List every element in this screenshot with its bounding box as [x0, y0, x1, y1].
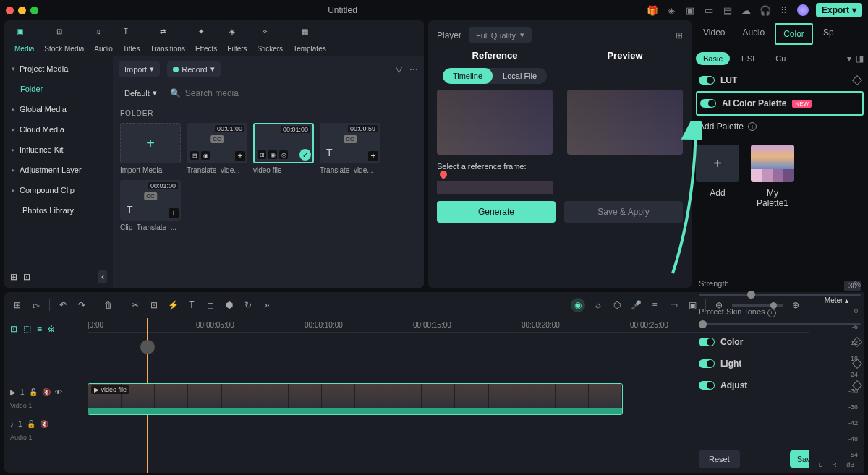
tab-titles[interactable]: TTitles [119, 25, 145, 56]
tag-icon[interactable]: ⬢ [224, 299, 235, 311]
redo-icon[interactable]: ↷ [76, 299, 88, 311]
send-icon[interactable]: ◈ [665, 4, 677, 16]
tab-effects[interactable]: ✦Effects [191, 25, 221, 56]
headphones-icon[interactable]: 🎧 [760, 4, 771, 16]
timeline-tab[interactable]: Timeline [443, 68, 493, 84]
add-clip-icon[interactable]: + [235, 151, 245, 161]
save-apply-button[interactable]: Save & Apply [564, 201, 683, 223]
info-icon[interactable]: i [748, 122, 757, 131]
tree-cloud-media[interactable]: ▸Cloud Media [4, 119, 113, 140]
brightness-icon[interactable]: ☼ [592, 299, 604, 311]
frame-marker[interactable] [438, 169, 448, 179]
video-track-header[interactable]: ▶1 🔓 🔇 👁 [4, 382, 88, 402]
magnet-icon[interactable]: ※ [48, 324, 55, 334]
media-tile[interactable]: 00:01:00CC⊞◉+ Translate_vide... [187, 123, 247, 174]
more-icon[interactable]: ⋯ [409, 64, 418, 74]
mic-icon[interactable]: 🎤 [630, 299, 642, 311]
avatar[interactable] [797, 4, 809, 16]
tab-media[interactable]: ▣Media [10, 25, 38, 56]
close-icon[interactable] [6, 7, 14, 14]
minimize-icon[interactable] [18, 7, 26, 14]
zoom-in-icon[interactable]: ⊕ [790, 299, 801, 311]
more-icon[interactable]: » [261, 299, 273, 311]
tab-stickers[interactable]: ✧Stickers [253, 25, 288, 56]
cut-icon[interactable]: ✂ [129, 299, 141, 311]
eye-icon[interactable]: 👁 [55, 388, 62, 396]
tab-audio[interactable]: ♫Audio [90, 25, 117, 56]
filter-icon[interactable]: ▽ [396, 64, 402, 74]
ai-palette-toggle[interactable] [700, 99, 716, 108]
export-button[interactable]: Export▾ [816, 3, 862, 17]
tab-filters[interactable]: ◈Filters [223, 25, 251, 56]
palette-tile[interactable]: My Palette1 [751, 145, 794, 208]
box-icon[interactable]: ▣ [684, 4, 696, 16]
add-clip-icon[interactable]: + [169, 208, 179, 218]
add-clip-icon[interactable]: + [368, 151, 378, 161]
zoom-slider[interactable] [732, 304, 783, 307]
chevron-down-icon[interactable]: ▾ [847, 54, 851, 64]
tree-influence-kit[interactable]: ▸Influence Kit [4, 140, 113, 160]
mask-icon[interactable]: ◻ [205, 299, 216, 311]
lock-icon[interactable]: 🔓 [29, 388, 38, 396]
cloud-icon[interactable]: ☁ [741, 4, 752, 16]
tree-global-media[interactable]: ▸Global Media [4, 99, 113, 119]
frame-strip[interactable] [437, 181, 553, 194]
grid-icon[interactable]: ⠿ [778, 4, 790, 16]
meter-label[interactable]: Meter ▴ [814, 296, 859, 304]
tab-templates[interactable]: ▦Templates [289, 25, 331, 56]
strength-track[interactable] [699, 294, 861, 296]
audio-track-header[interactable]: ♪1 🔓 🔇 [4, 414, 88, 434]
maximize-icon[interactable] [30, 7, 38, 14]
tree-photos-library[interactable]: Photos Library [4, 200, 113, 221]
compare-icon[interactable]: ◨ [856, 54, 864, 64]
import-media-tile[interactable]: + Import Media [120, 123, 181, 174]
video-clip[interactable]: ▶ video file [88, 383, 623, 415]
screenshot-icon[interactable]: ▣ [686, 299, 698, 311]
mute-icon[interactable]: 🔇 [40, 420, 48, 428]
tree-compound-clip[interactable]: ▸Compound Clip [4, 180, 113, 200]
tab-color[interactable]: Color [775, 23, 813, 45]
delete-icon[interactable]: 🗑 [103, 299, 114, 311]
subtab-basic[interactable]: Basic [696, 52, 730, 65]
tree-project-media[interactable]: ▾Project Media [4, 59, 113, 79]
undo-icon[interactable]: ↶ [57, 299, 69, 311]
import-dropdown[interactable]: Import▾ [119, 61, 160, 77]
tab-audio[interactable]: Audio [735, 23, 772, 45]
compare-icon[interactable]: ⊞ [676, 30, 683, 40]
mute-icon[interactable]: 🔇 [42, 388, 51, 396]
zoom-out-icon[interactable]: ⊖ [713, 299, 725, 311]
gift-icon[interactable]: 🎁 [647, 4, 658, 16]
tab-speed[interactable]: Sp [816, 23, 841, 45]
lut-toggle[interactable] [699, 76, 715, 85]
time-ruler[interactable]: |0:00 00:00:05:00 00:00:10:00 00:00:15:0… [88, 318, 809, 333]
save-icon[interactable]: ▤ [722, 4, 733, 16]
add-palette-tile[interactable]: + Add [696, 145, 739, 208]
chain-icon[interactable]: ⬚ [23, 324, 31, 334]
list-icon[interactable]: ≡ [649, 299, 660, 311]
generate-button[interactable]: Generate [437, 201, 556, 223]
media-tile[interactable]: 00:00:59CCT+ Translate_vide... [320, 123, 380, 174]
sort-dropdown[interactable]: Default▾ [119, 85, 163, 100]
speed-icon[interactable]: ⚡ [167, 299, 179, 311]
refresh-icon[interactable]: ↻ [242, 299, 254, 311]
quality-dropdown[interactable]: Full Quality▾ [469, 27, 532, 43]
lut-section[interactable]: LUT [696, 69, 864, 91]
grid-icon[interactable]: ⊞ [12, 299, 23, 311]
layer-icon[interactable]: ≡ [37, 324, 42, 334]
tab-transitions[interactable]: ⇄Transitions [145, 25, 190, 56]
localfile-tab[interactable]: Local File [493, 68, 547, 84]
tree-folder[interactable]: Folder [4, 79, 113, 99]
track-area[interactable]: |0:00 00:00:05:00 00:00:10:00 00:00:15:0… [88, 318, 809, 473]
image-icon[interactable]: ▭ [668, 299, 679, 311]
search-input[interactable]: 🔍Search media [170, 88, 418, 98]
ai-color-palette-section[interactable]: AI Color Palette NEW [696, 91, 864, 116]
tab-stock-media[interactable]: ⊡Stock Media [40, 25, 88, 56]
add-folder-icon[interactable]: ⊞ [10, 272, 17, 282]
display-icon[interactable]: ▭ [703, 4, 715, 16]
lock-icon[interactable]: 🔓 [27, 420, 35, 428]
cursor-icon[interactable]: ▻ [30, 299, 42, 311]
media-tile[interactable]: 00:01:00CCT+ Clip_Translate_... [120, 180, 181, 231]
tree-adjustment-layer[interactable]: ▸Adjustment Layer [4, 160, 113, 180]
keyframe-icon[interactable] [852, 75, 862, 85]
subtab-hsl[interactable]: HSL [734, 52, 764, 65]
